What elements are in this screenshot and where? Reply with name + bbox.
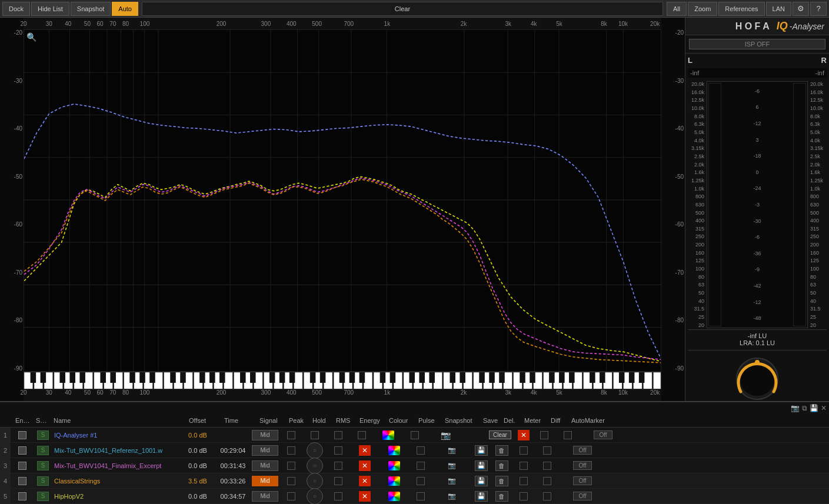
row-3-x-mark-btn[interactable]: ✕ (359, 460, 371, 471)
row-5-diff[interactable] (535, 492, 559, 500)
row-5-meter[interactable] (512, 492, 535, 500)
row-5-x-mark[interactable]: ✕ (350, 491, 379, 502)
row-5-off-btn[interactable]: Off (573, 492, 591, 500)
row-5-save-icon[interactable]: 💾 (475, 491, 488, 502)
row-1-diff[interactable] (556, 431, 580, 439)
row-3-diff[interactable] (535, 462, 559, 470)
row-3-snapshot[interactable]: 📷 (432, 462, 471, 469)
row-2-save[interactable]: 💾 (471, 445, 491, 456)
row-1-x-btn[interactable]: ✕ (518, 430, 530, 440)
row-2-rms[interactable] (327, 446, 350, 455)
row-3-pulse[interactable] (409, 462, 432, 470)
row-3-peak[interactable] (279, 462, 303, 470)
isp-button[interactable]: ISP OFF (689, 39, 825, 49)
row-1-signal[interactable]: Mid (252, 430, 278, 440)
row-4-hold[interactable]: ○ (303, 473, 327, 489)
row-4-enable[interactable] (11, 477, 34, 485)
row-5-del[interactable]: 🗑 (491, 491, 512, 502)
row-2-diff[interactable] (535, 446, 559, 455)
row-3-solo-btn[interactable]: S (37, 461, 49, 470)
row-1-automarker[interactable]: Off (580, 430, 627, 439)
row-5-solo-btn[interactable]: S (37, 492, 49, 501)
row-4-solo-btn[interactable]: S (37, 476, 49, 486)
row-4-x-mark[interactable]: ✕ (350, 476, 379, 486)
zoom-button[interactable]: Zoom (688, 2, 717, 16)
row-5-enable[interactable] (11, 492, 34, 500)
row-4-automarker[interactable]: Off (559, 476, 606, 485)
row-5-pulse[interactable] (409, 492, 432, 500)
row-4-signal[interactable]: Mid (252, 476, 278, 486)
row-2-pulse[interactable] (409, 446, 432, 455)
row-4-off-btn[interactable]: Off (573, 476, 591, 485)
row-1-solo-btn[interactable]: S (37, 430, 49, 440)
row-1-rms[interactable] (327, 431, 350, 439)
row-4-save-icon[interactable]: 💾 (475, 476, 488, 486)
row-4-meter[interactable] (512, 477, 535, 485)
row-1-meter[interactable] (532, 431, 556, 439)
row-3-enable[interactable] (11, 462, 34, 470)
references-button[interactable]: References (718, 2, 764, 16)
row-1-energy[interactable] (350, 431, 374, 439)
row-3-del[interactable]: 🗑 (491, 460, 512, 471)
clear-button[interactable]: Clear (142, 2, 663, 16)
row-5-peak[interactable] (279, 492, 303, 500)
row-3-meter[interactable] (512, 462, 535, 470)
lan-button[interactable]: LAN (766, 2, 791, 16)
row-5-snapshot[interactable]: 📷 (432, 492, 471, 500)
row-1-peak[interactable] (279, 431, 303, 439)
row-2-solo-btn[interactable]: S (37, 446, 49, 455)
row-1-clear[interactable]: Clear (485, 430, 515, 439)
row-1-clear-btn[interactable]: Clear (489, 430, 511, 439)
row-2-signal[interactable]: Mid (252, 445, 278, 456)
row-2-colour[interactable] (379, 446, 409, 455)
row-3-signal[interactable]: Mid (252, 460, 278, 471)
row-4-peak[interactable] (279, 477, 303, 485)
row-4-diff[interactable] (535, 477, 559, 485)
row-1-off-btn[interactable]: Off (594, 430, 612, 439)
help-icon[interactable]: ? (810, 2, 827, 16)
row-4-pulse[interactable] (409, 477, 432, 485)
row-1-snapshot[interactable]: 📷 (427, 430, 465, 440)
row-1-hold[interactable] (303, 431, 327, 439)
row-2-automarker[interactable]: Off (559, 446, 606, 455)
row-2-del[interactable]: 🗑 (491, 445, 512, 456)
row-2-hold[interactable]: ○ (303, 442, 327, 459)
row-2-x-mark[interactable]: ✕ (350, 445, 379, 456)
row-5-save[interactable]: 💾 (471, 491, 491, 502)
row-1-colour[interactable] (374, 430, 403, 440)
row-3-x-mark[interactable]: ✕ (350, 460, 379, 471)
row-3-rms[interactable] (327, 462, 350, 470)
all-button[interactable]: All (667, 2, 687, 16)
row-4-snapshot[interactable]: 📷 (432, 477, 471, 485)
row-3-save[interactable]: 💾 (471, 460, 491, 471)
row-5-automarker[interactable]: Off (559, 492, 606, 500)
row-4-del[interactable]: 🗑 (491, 476, 512, 486)
copy-icon[interactable]: ⧉ (802, 404, 807, 412)
camera-icon[interactable]: 📷 (791, 404, 800, 412)
settings-icon[interactable]: ⚙ (793, 2, 809, 16)
row-4-rms[interactable] (327, 477, 350, 485)
row-2-meter[interactable] (512, 446, 535, 455)
snapshot-button[interactable]: Snapshot (71, 2, 111, 16)
row-3-automarker[interactable]: Off (559, 461, 606, 470)
row-5-del-icon[interactable]: 🗑 (495, 491, 508, 502)
row-5-x-mark-btn[interactable]: ✕ (359, 491, 371, 502)
dock-button[interactable]: Dock (2, 2, 30, 16)
row-4-save[interactable]: 💾 (471, 476, 491, 486)
row-3-hold[interactable]: ○ (303, 458, 327, 474)
row-4-x-mark-btn[interactable]: ✕ (359, 476, 371, 486)
row-2-del-icon[interactable]: 🗑 (495, 445, 508, 456)
row-3-colour[interactable] (379, 461, 409, 470)
row-5-signal[interactable]: Mid (252, 491, 278, 502)
hide-list-button[interactable]: Hide List (31, 2, 69, 16)
save-icon[interactable]: 💾 (810, 404, 818, 412)
row-1-pulse[interactable] (403, 431, 427, 439)
row-5-colour[interactable] (379, 492, 409, 501)
auto-button[interactable]: Auto (112, 2, 138, 16)
row-2-save-icon[interactable]: 💾 (475, 445, 488, 456)
row-4-colour[interactable] (379, 476, 409, 486)
close-icon[interactable]: ✕ (821, 404, 827, 412)
row-2-snapshot[interactable]: 📷 (432, 446, 471, 454)
row-2-off-btn[interactable]: Off (573, 446, 591, 455)
row-2-enable[interactable] (11, 446, 34, 455)
